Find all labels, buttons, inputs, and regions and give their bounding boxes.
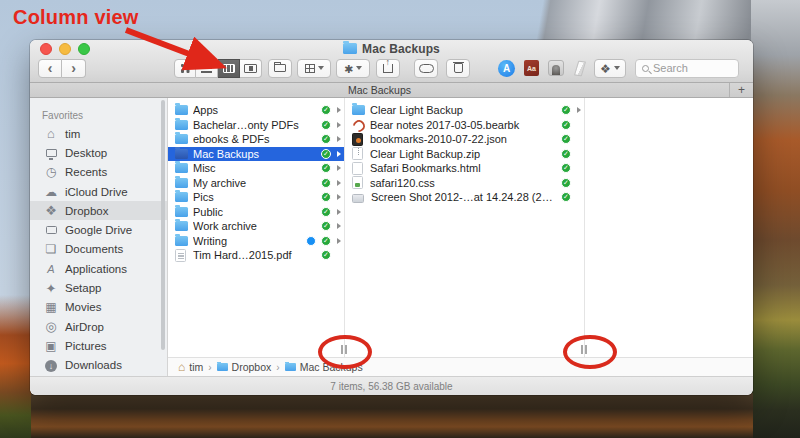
folder-icon xyxy=(175,149,188,159)
bear-file-icon xyxy=(352,118,363,131)
sidebar-item-tim[interactable]: tim xyxy=(30,124,167,143)
share-icon xyxy=(383,64,393,73)
new-folder-icon xyxy=(274,64,286,72)
chevron-right-icon xyxy=(337,194,341,200)
tag-icon xyxy=(419,64,434,73)
setapp-icon xyxy=(43,282,59,295)
file-row-clear-light-zip[interactable]: Clear Light Backup.zip xyxy=(345,147,584,162)
utility-app-icon[interactable] xyxy=(574,60,586,76)
file-row-writing[interactable]: Writing xyxy=(168,234,344,249)
sidebar-item-setapp[interactable]: Setapp xyxy=(30,278,167,297)
folder-icon xyxy=(175,120,188,130)
dropbox-synced-badge xyxy=(561,149,571,159)
file-row-bachelor-pdfs[interactable]: Bachelar…onty PDFs xyxy=(168,118,344,133)
close-button[interactable] xyxy=(40,43,52,55)
sidebar-item-icloud-drive[interactable]: iCloud Drive xyxy=(30,182,167,201)
list-view-icon xyxy=(201,64,212,73)
list-view-button[interactable] xyxy=(196,59,218,78)
search-icon xyxy=(642,65,649,72)
annotation-circle-resize-handle-2 xyxy=(563,335,617,369)
downloads-icon xyxy=(43,359,59,372)
file-row-public[interactable]: Public xyxy=(168,205,344,220)
sidebar-item-downloads[interactable]: Downloads xyxy=(30,356,167,375)
search-input[interactable] xyxy=(653,62,732,74)
delete-button[interactable] xyxy=(446,59,470,78)
dropbox-synced-badge xyxy=(321,163,331,173)
folder-icon xyxy=(175,221,188,231)
sidebar-item-dropbox[interactable]: Dropbox xyxy=(30,201,167,220)
file-row-bookmarks-json[interactable]: bookmarks-2010-07-22.json xyxy=(345,132,584,147)
file-row-apps[interactable]: Apps xyxy=(168,103,344,118)
back-button[interactable] xyxy=(38,59,62,78)
action-menu-button[interactable] xyxy=(336,59,370,78)
sidebar-item-airdrop[interactable]: AirDrop xyxy=(30,317,167,336)
dropbox-synced-badge xyxy=(321,221,331,231)
folder-icon xyxy=(352,105,365,115)
window-chrome: Mac Backups A Aa xyxy=(30,40,753,83)
applications-icon xyxy=(43,263,59,275)
forward-icon xyxy=(71,60,76,76)
arch-app-icon[interactable] xyxy=(548,60,564,76)
chevron-down-icon xyxy=(614,66,620,70)
sidebar-item-applications[interactable]: Applications xyxy=(30,259,167,278)
share-button[interactable] xyxy=(376,59,400,78)
icon-view-icon xyxy=(181,64,190,73)
coverflow-view-button[interactable] xyxy=(240,59,262,78)
dictionary-app-icon[interactable]: Aa xyxy=(524,60,539,76)
dropbox-synced-badge xyxy=(321,105,331,115)
chevron-right-icon xyxy=(337,122,341,128)
sidebar-item-desktop[interactable]: Desktop xyxy=(30,143,167,162)
sidebar-item-google-drive[interactable]: Google Drive xyxy=(30,220,167,239)
file-row-pics[interactable]: Pics xyxy=(168,190,344,205)
file-row-ebooks-pdfs[interactable]: ebooks & PDFs xyxy=(168,132,344,147)
file-row-tim-hard-pdf[interactable]: Tim Hard…2015.pdf xyxy=(168,248,344,263)
new-folder-button[interactable] xyxy=(268,59,292,78)
icon-view-button[interactable] xyxy=(174,59,196,78)
forward-button[interactable] xyxy=(62,59,86,78)
sidebar-scrollbar[interactable] xyxy=(161,100,165,350)
sidebar-heading: Favorites xyxy=(30,110,167,121)
airdrop-icon xyxy=(43,320,59,333)
zip-file-icon xyxy=(352,147,363,160)
new-tab-button[interactable]: + xyxy=(729,83,753,97)
chevron-right-icon xyxy=(337,238,341,244)
sidebar-item-movies[interactable]: Movies xyxy=(30,298,167,317)
toolbar: A Aa xyxy=(30,57,753,83)
search-field[interactable] xyxy=(635,59,739,78)
sidebar-item-documents[interactable]: Documents xyxy=(30,240,167,259)
column-3-empty xyxy=(585,98,753,357)
chevron-down-icon xyxy=(318,66,324,70)
path-separator xyxy=(208,361,211,373)
path-item-tim[interactable]: tim xyxy=(178,360,203,374)
tab-mac-backups[interactable]: Mac Backups xyxy=(30,83,729,97)
file-row-my-archive[interactable]: My archive xyxy=(168,176,344,191)
app-store-icon[interactable]: A xyxy=(498,60,515,77)
folder-icon xyxy=(175,236,188,246)
file-row-misc[interactable]: Misc xyxy=(168,161,344,176)
file-row-screenshot-png[interactable]: Screen Shot 2012-…at 14.24.28 (2).png xyxy=(345,190,584,205)
coverflow-view-icon xyxy=(244,64,257,73)
file-row-safari-bookmarks[interactable]: Safari Bookmarks.html xyxy=(345,161,584,176)
file-row-mac-backups-selected[interactable]: Mac Backups xyxy=(168,147,344,162)
movies-icon xyxy=(43,301,59,313)
path-item-dropbox[interactable]: Dropbox xyxy=(217,361,272,373)
zoom-button[interactable] xyxy=(78,43,90,55)
minimize-button[interactable] xyxy=(59,43,71,55)
file-row-work-archive[interactable]: Work archive xyxy=(168,219,344,234)
file-row-clear-light-backup[interactable]: Clear Light Backup xyxy=(345,103,584,118)
tab-bar: Mac Backups + xyxy=(30,83,753,98)
window-title: Mac Backups xyxy=(362,42,440,56)
sidebar-item-pictures[interactable]: Pictures xyxy=(30,336,167,355)
column-view-button[interactable] xyxy=(218,59,240,78)
dropbox-menu-button[interactable] xyxy=(594,59,626,78)
finder-window: Mac Backups A Aa xyxy=(30,40,753,395)
group-icon xyxy=(305,64,315,73)
file-row-safari-css[interactable]: safari120.css xyxy=(345,176,584,191)
sidebar-item-recents[interactable]: Recents xyxy=(30,163,167,182)
recents-icon xyxy=(43,166,59,178)
group-by-button[interactable] xyxy=(297,59,331,78)
dropbox-syncing-badge xyxy=(306,236,316,246)
file-row-bear-notes[interactable]: Bear notes 2017-03-05.bearbk xyxy=(345,118,584,133)
tags-button[interactable] xyxy=(414,59,438,78)
desktop-icon xyxy=(43,147,59,159)
